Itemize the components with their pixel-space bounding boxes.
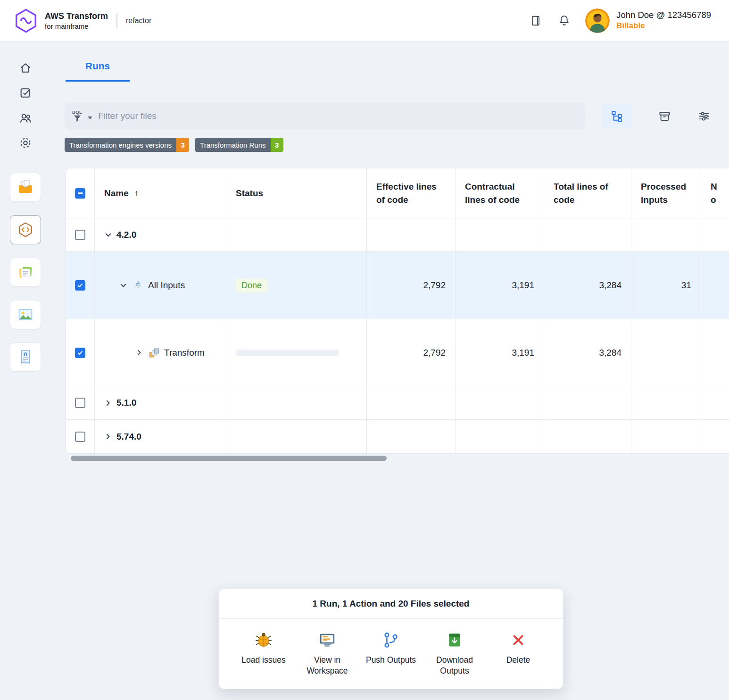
sort-asc-icon[interactable]: ↑ <box>134 187 139 200</box>
caret-down-icon[interactable] <box>88 117 92 119</box>
docs-icon[interactable] <box>529 14 543 28</box>
chip-engine-versions-label: Transformation engines versions <box>65 138 176 152</box>
notes-tool-icon <box>17 264 34 281</box>
tabs-divider <box>66 86 717 86</box>
action-download-outputs[interactable]: Download Outputs <box>426 630 483 676</box>
select-all-checkbox[interactable] <box>75 188 85 199</box>
col-processed[interactable]: Processed inputs <box>631 168 701 218</box>
filter-bar[interactable]: BQL <box>65 103 585 129</box>
tree-view-button[interactable] <box>602 104 632 128</box>
package-icon <box>446 630 463 650</box>
table-row-all-inputs[interactable]: All Inputs Done 2,792 3,191 3,284 31 <box>66 252 729 319</box>
horizontal-scrollbar[interactable] <box>66 456 721 461</box>
selection-summary: 1 Run, 1 Action and 20 Files selected <box>219 589 563 619</box>
action-label: View in Workspace <box>298 655 356 676</box>
brand-title: AWS Transform <box>45 11 108 21</box>
run-group-name: 5.74.0 <box>116 432 141 442</box>
top-bar: AWS Transform for mainframe refactor <box>0 0 729 42</box>
processed-inputs-value: 31 <box>631 252 701 319</box>
col-status[interactable]: Status <box>226 168 367 218</box>
contractual-loc-value: 3,191 <box>456 252 544 319</box>
users-icon <box>19 111 32 125</box>
table-row-version-510[interactable]: 5.1.0 <box>66 386 729 420</box>
bell-icon[interactable] <box>557 14 571 28</box>
sidebar-item-home[interactable] <box>19 61 32 75</box>
row-checkbox[interactable] <box>75 398 85 408</box>
brand-divider <box>116 14 117 28</box>
sidebar-item-users[interactable] <box>19 111 32 125</box>
gallery-tool-icon <box>17 306 34 323</box>
main-content: Runs BQL <box>50 42 729 700</box>
chevron-right-icon[interactable] <box>135 349 143 357</box>
rocket-icon <box>133 280 144 291</box>
sidebar-tool-gallery[interactable] <box>10 300 41 329</box>
col-name[interactable]: Name <box>104 187 129 200</box>
horizontal-scrollbar-thumb[interactable] <box>71 456 387 461</box>
effective-loc-value: 2,792 <box>367 319 456 386</box>
sidebar-tool-files[interactable] <box>10 173 41 202</box>
run-name: All Inputs <box>148 280 185 291</box>
action-view-in-workspace[interactable]: View in Workspace <box>298 630 356 676</box>
run-group-name: 5.1.0 <box>116 398 136 408</box>
col-truncated[interactable]: N o <box>701 168 729 218</box>
effective-loc-value: 2,792 <box>367 252 456 319</box>
col-effective[interactable]: Effective lines of code <box>367 168 456 218</box>
tasks-icon <box>19 86 32 100</box>
sidebar-tool-billing[interactable] <box>10 342 41 372</box>
view-settings-button[interactable] <box>697 109 711 123</box>
chevron-right-icon[interactable] <box>104 399 112 407</box>
run-group-name: 4.2.0 <box>116 230 136 240</box>
brand-subtitle: for mainframe <box>45 22 108 30</box>
sliders-icon <box>698 110 711 123</box>
user-name: John Doe @ 123456789 <box>616 9 711 21</box>
col-contractual[interactable]: Contractual lines of code <box>456 168 544 218</box>
progress-bar <box>236 350 340 356</box>
action-delete[interactable]: Delete <box>489 630 547 676</box>
filter-input[interactable] <box>98 111 577 121</box>
tab-runs[interactable]: Runs <box>66 60 130 82</box>
branch-icon <box>382 630 400 650</box>
total-loc-value: 3,284 <box>544 319 631 386</box>
sidebar <box>0 42 50 700</box>
table-row-version-420[interactable]: 4.2.0 <box>66 218 729 252</box>
chevron-down-icon[interactable] <box>119 282 127 290</box>
action-push-outputs[interactable]: Push Outputs <box>362 630 420 676</box>
table-row-transform[interactable]: Transform 2,792 3,191 3,284 <box>66 319 729 386</box>
contractual-loc-value: 3,191 <box>456 319 544 386</box>
monitor-icon <box>318 630 336 650</box>
sidebar-tool-notes[interactable] <box>10 258 41 287</box>
chip-transformation-runs[interactable]: Transformation Runs 3 <box>195 138 283 152</box>
col-total[interactable]: Total lines of code <box>544 168 631 218</box>
selection-panel: 1 Run, 1 Action and 20 Files selected Lo… <box>218 588 563 689</box>
delete-x-icon <box>510 630 526 650</box>
avatar[interactable] <box>585 8 610 33</box>
chip-engine-versions[interactable]: Transformation engines versions 3 <box>65 138 189 152</box>
row-checkbox[interactable] <box>75 432 85 442</box>
bql-funnel-icon[interactable]: BQL <box>72 109 82 123</box>
gear-icon <box>19 136 32 150</box>
sidebar-item-tasks[interactable] <box>19 86 32 100</box>
row-checkbox[interactable] <box>75 280 85 291</box>
chip-transformation-runs-count: 3 <box>271 138 283 152</box>
action-load-issues[interactable]: Load issues <box>235 630 292 676</box>
bql-label: BQL <box>72 109 82 115</box>
sidebar-tool-refactor[interactable] <box>10 215 41 244</box>
billing-status: Billable <box>616 21 711 31</box>
table-row-version-5740[interactable]: 5.74.0 <box>66 420 729 453</box>
action-label: Push Outputs <box>366 655 416 666</box>
total-loc-value: 3,284 <box>544 252 631 319</box>
runs-table: Name ↑ Status Effective lines of code Co… <box>66 168 729 454</box>
chevron-right-icon[interactable] <box>104 433 112 441</box>
chip-engine-versions-count: 3 <box>176 138 189 152</box>
tree-icon <box>611 110 623 122</box>
sidebar-item-settings[interactable] <box>19 136 32 150</box>
chip-transformation-runs-label: Transformation Runs <box>195 138 271 152</box>
archive-button[interactable] <box>657 109 671 123</box>
brand-logo-icon <box>13 8 39 33</box>
chevron-down-icon[interactable] <box>104 231 112 239</box>
brand: AWS Transform for mainframe refactor <box>13 8 151 33</box>
refactor-tool-icon <box>17 221 34 238</box>
row-checkbox[interactable] <box>75 348 85 358</box>
row-checkbox[interactable] <box>75 230 85 240</box>
status-badge-done: Done <box>236 279 267 292</box>
